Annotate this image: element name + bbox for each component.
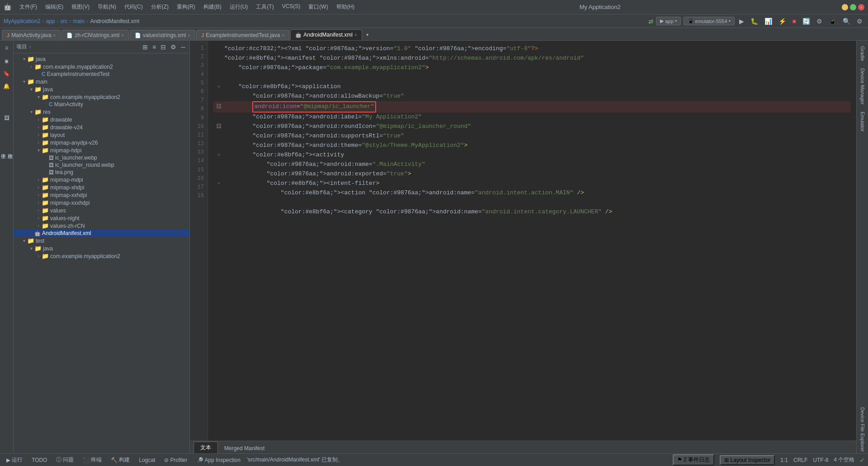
tree-toggle-com-example-test2[interactable]: › bbox=[35, 254, 42, 259]
build-button[interactable]: 🔨 构建 bbox=[108, 455, 132, 465]
tab-example-test[interactable]: JExampleInstrumentedTest.java× bbox=[196, 30, 289, 40]
app-inspection-button[interactable]: 🔎 App Inspection bbox=[194, 456, 243, 464]
menu-item[interactable]: VCS(S) bbox=[278, 2, 304, 12]
scope-button[interactable]: ⊞ bbox=[141, 43, 149, 51]
tree-toggle-mipmap-mdpi[interactable]: › bbox=[35, 177, 42, 182]
tree-item-ic-launcher-round[interactable]: 🖼ic_launcher_round.webp bbox=[14, 161, 189, 169]
breadcrumb-item-4[interactable]: AndroidManifest.xml bbox=[90, 18, 139, 24]
run-button[interactable]: ▶ bbox=[737, 17, 746, 26]
terminal-button[interactable]: ⬛ 终端 bbox=[80, 455, 104, 465]
tree-toggle-values-night[interactable]: › bbox=[35, 216, 42, 221]
expand-all-button[interactable]: ⊟ bbox=[159, 43, 167, 51]
fold-icon-15[interactable]: ▾ bbox=[217, 180, 221, 188]
tree-item-com-example-main[interactable]: ▾📁com.example.myapplication2 bbox=[14, 93, 189, 101]
project-view-dropdown[interactable]: ▾ bbox=[29, 44, 32, 50]
tree-toggle-values[interactable]: › bbox=[35, 208, 42, 213]
sync-project-button[interactable]: 🔄 bbox=[801, 17, 812, 26]
tree-item-drawable[interactable]: ›📁drawable bbox=[14, 116, 189, 123]
tree-item-mipmap-xhdpi[interactable]: ›📁mipmap-xhdpi bbox=[14, 184, 189, 191]
menu-item[interactable]: 代码(C) bbox=[121, 2, 146, 12]
menu-item[interactable]: 重构(R) bbox=[173, 2, 199, 12]
fold-icon-12[interactable]: ▾ bbox=[217, 151, 221, 160]
run-with-coverage-button[interactable]: 📊 bbox=[763, 17, 774, 26]
event-log-button[interactable]: ⚑ 2 事件日志 bbox=[673, 454, 714, 466]
tab-strings-zh[interactable]: 📄zh-rCN\strings.xml× bbox=[61, 30, 129, 40]
tree-item-drawable-v24[interactable]: ›📁drawable-v24 bbox=[14, 123, 189, 131]
tree-item-res[interactable]: ▾📁res bbox=[14, 108, 189, 116]
build-variants-icon[interactable]: 构建变体 bbox=[1, 144, 13, 155]
tree-item-java-test2[interactable]: ▾📁java bbox=[14, 245, 189, 252]
tree-toggle-res[interactable]: ▾ bbox=[28, 109, 34, 114]
minimize-button[interactable]: ─ bbox=[842, 4, 848, 10]
layout-inspector-button[interactable]: ⊞ Layout Inspector bbox=[720, 455, 775, 465]
emulator-panel-icon[interactable]: Emulator bbox=[859, 110, 866, 133]
breadcrumb-item-2[interactable]: src bbox=[60, 18, 67, 24]
breadcrumb-item-1[interactable]: app bbox=[46, 18, 55, 24]
tab-text[interactable]: 文本 bbox=[193, 442, 218, 453]
gradle-panel-icon[interactable]: Gradle bbox=[859, 44, 866, 63]
menu-item[interactable]: 构建(B) bbox=[200, 2, 225, 12]
tree-toggle-java-main[interactable]: ▾ bbox=[28, 87, 34, 92]
app-selector-button[interactable]: ▶ app ▾ bbox=[656, 17, 680, 25]
tab-example-test-close[interactable]: × bbox=[282, 33, 284, 38]
close-button[interactable]: ✕ bbox=[858, 4, 864, 10]
tree-item-main-activity[interactable]: CMainActivity bbox=[14, 101, 189, 108]
tree-item-mipmap-xxhdpi[interactable]: ›📁mipmap-xxhdpi bbox=[14, 191, 189, 199]
tab-main-activity-close[interactable]: × bbox=[53, 33, 56, 38]
menu-item[interactable]: 文件(F) bbox=[16, 2, 41, 12]
tree-item-mipmap-anydpi-v26[interactable]: ›📁mipmap-anydpi-v26 bbox=[14, 139, 189, 146]
tree-item-mipmap-mdpi[interactable]: ›📁mipmap-mdpi bbox=[14, 176, 189, 184]
tab-manifest-close[interactable]: × bbox=[354, 33, 357, 38]
tree-toggle-mipmap-xhdpi[interactable]: › bbox=[35, 185, 42, 190]
device-manager-panel-icon[interactable]: Device Manager bbox=[859, 66, 866, 106]
breadcrumb-item-0[interactable]: MyApplication2 bbox=[4, 18, 40, 24]
tree-item-values-night[interactable]: ›📁values-night bbox=[14, 214, 189, 222]
bookmarks-icon[interactable]: 🔖 bbox=[1, 68, 13, 80]
menu-item[interactable]: 运行(U) bbox=[226, 2, 252, 12]
menu-item[interactable]: 导航(N) bbox=[94, 2, 120, 12]
tab-strings-values[interactable]: 📄values\strings.xml× bbox=[130, 30, 195, 40]
tree-item-mipmap-xxxhdpi[interactable]: ›📁mipmap-xxxhdpi bbox=[14, 199, 189, 207]
structure-icon[interactable]: ▣ bbox=[1, 55, 13, 67]
breadcrumb-item-3[interactable]: main bbox=[73, 18, 85, 24]
tree-item-values[interactable]: ›📁values bbox=[14, 207, 189, 214]
profiler-button[interactable]: ⊘ Profiler bbox=[161, 456, 190, 464]
sdk-manager-button[interactable]: ⚙ bbox=[815, 17, 824, 26]
tab-manifest[interactable]: 🤖AndroidManifest.xml× bbox=[290, 29, 362, 40]
fold-icon-5[interactable]: ▾ bbox=[217, 83, 221, 91]
tree-toggle-mipmap-xxhdpi[interactable]: › bbox=[35, 193, 42, 198]
tab-merged[interactable]: Merged Manifest bbox=[218, 443, 271, 453]
menu-item[interactable]: 分析(Z) bbox=[147, 2, 172, 12]
tree-toggle-drawable[interactable]: › bbox=[35, 117, 42, 122]
settings-button[interactable]: ⚙ bbox=[855, 17, 864, 26]
code-content[interactable]: "color:#cc7832;"><?xml "color:#9876aa;">… bbox=[208, 41, 856, 441]
attach-profiler-button[interactable]: ⚡ bbox=[777, 17, 788, 26]
tree-item-tea-png[interactable]: 🖼tea.png bbox=[14, 169, 189, 176]
tree-toggle-values-zh-rcn[interactable]: › bbox=[35, 223, 42, 228]
maximize-button[interactable]: □ bbox=[850, 4, 856, 10]
tree-item-layout[interactable]: ›📁layout bbox=[14, 131, 189, 139]
emulator-selector-button[interactable]: 📱 emulator-5554 ▾ bbox=[684, 17, 735, 25]
debug-button[interactable]: 🐛 bbox=[749, 17, 760, 26]
run-status-button[interactable]: ▶ 运行 bbox=[4, 455, 25, 465]
tree-toggle-com-example-main[interactable]: ▾ bbox=[35, 94, 42, 99]
tree-toggle-layout[interactable]: › bbox=[35, 132, 42, 137]
menu-item[interactable]: 视图(V) bbox=[68, 2, 93, 12]
tree-item-com-example-test[interactable]: ›📁com.example.myapplication2 bbox=[14, 63, 189, 71]
menu-item[interactable]: 窗口(W) bbox=[305, 2, 331, 12]
minimize-panel-button[interactable]: ─ bbox=[179, 43, 187, 51]
tab-overflow-button[interactable]: ▾ bbox=[363, 29, 372, 40]
tree-toggle-mipmap-hdpi[interactable]: ▾ bbox=[35, 148, 42, 153]
menu-item[interactable]: 帮助(H) bbox=[333, 2, 359, 12]
tree-toggle-java-test[interactable]: ▾ bbox=[21, 56, 27, 61]
tree-item-mipmap-hdpi[interactable]: ▾📁mipmap-hdpi bbox=[14, 146, 189, 154]
tree-toggle-java-test2[interactable]: ▾ bbox=[28, 246, 34, 251]
tree-item-java-test[interactable]: ▾📁java bbox=[14, 55, 189, 63]
tree-toggle-test[interactable]: ▾ bbox=[21, 238, 27, 243]
tree-item-test[interactable]: ▾📁test bbox=[14, 237, 189, 245]
collapse-all-button[interactable]: ≡ bbox=[151, 43, 157, 51]
tree-toggle-main[interactable]: ▾ bbox=[21, 79, 27, 84]
tab-main-activity[interactable]: JMainActivity.java× bbox=[2, 30, 61, 40]
notifications-icon[interactable]: 🔔 bbox=[1, 80, 13, 92]
menu-item[interactable]: 工具(T) bbox=[252, 2, 277, 12]
